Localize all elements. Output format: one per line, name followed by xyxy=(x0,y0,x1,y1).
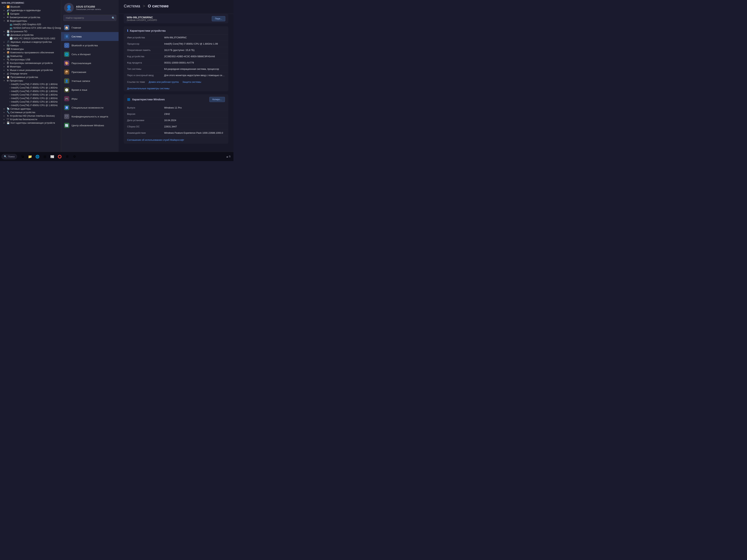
nav-item-time[interactable]: 🕐Время и язык xyxy=(61,85,119,94)
tree-item-cpu7[interactable]: ▫Intel(R) Core(TM) i7-8565U CPU @ 1.80GH… xyxy=(0,104,61,107)
tree-item-batteries[interactable]: ▸🔋Батареи xyxy=(0,12,61,16)
tree-item-icon: 📺 xyxy=(10,26,12,29)
tree-item-label: Биометрические устройства xyxy=(10,16,40,19)
tree-item-icon: ▫ xyxy=(10,90,10,92)
tree-item-software2[interactable]: ▸📋Программные устройства xyxy=(0,75,61,79)
tree-item-printers[interactable]: ▸🖨Очереди печати xyxy=(0,72,61,75)
device-info-value-4: 00331-10000-00001-AA779 xyxy=(164,61,225,64)
nav-item-system[interactable]: 🖥Система xyxy=(61,32,119,41)
tree-item-cpu1[interactable]: ▫Intel(R) Core(TM) i7-8565U CPU @ 1.80GH… xyxy=(0,82,61,86)
device-info-value-0: WIN-99L3TCM0RNC xyxy=(164,36,225,39)
tree-item-cpu[interactable]: ▾⚙Процессоры xyxy=(0,79,61,82)
expand-icon: ▸ xyxy=(4,45,6,47)
tree-item-label: Intel(R) Core(TM) i7-8565U CPU @ 1.80GHz xyxy=(11,97,58,100)
tree-item-usb[interactable]: ▸🔌Контроллеры USB xyxy=(0,58,61,61)
nav-item-home[interactable]: 🏠Главная xyxy=(61,23,119,32)
rename-button[interactable]: Пере... xyxy=(212,16,225,21)
tree-item-cpu3[interactable]: ▫Intel(R) Core(TM) i7-8565U CPU @ 1.80GH… xyxy=(0,89,61,93)
advanced-params-link[interactable]: Дополнительные параметры системы xyxy=(124,85,228,91)
tree-item-gpu2[interactable]: 📺NVIDIA GeForce GTX 1050 with Max-Q Desi… xyxy=(0,26,61,30)
settings-search-box[interactable]: 🔍 xyxy=(63,15,117,21)
tree-item-icon: ▫ xyxy=(10,104,10,107)
tree-item-cpu4[interactable]: ▫Intel(R) Core(TM) i7-8565U CPU @ 1.80GH… xyxy=(0,93,61,97)
tree-item-cpu5[interactable]: ▫Intel(R) Core(TM) i7-8565U CPU @ 1.80GH… xyxy=(0,97,61,100)
taskbar-files-icon[interactable]: 📁 xyxy=(27,153,33,160)
license-link[interactable]: Соглашение об использовании служб Майкро… xyxy=(127,138,184,142)
breadcrumb-sep: > xyxy=(143,4,145,8)
settings-search-input[interactable] xyxy=(63,15,117,21)
taskbar-remote-icon[interactable]: 🖥 xyxy=(64,153,70,160)
nav-icon-games: 🎮 xyxy=(64,96,69,101)
tree-item-network-adapters[interactable]: ▸📡Сетевые адаптеры xyxy=(0,107,61,111)
taskbar-start-icon[interactable]: ⊞ xyxy=(42,153,48,160)
nav-item-personalization[interactable]: 🎨Персонализация xyxy=(61,59,119,68)
nav-label-time: Время и язык xyxy=(72,88,87,91)
domain-link[interactable]: Домен или рабочая группа xyxy=(149,81,179,83)
nav-item-update[interactable]: 🔄Центр обновления Windows xyxy=(61,121,119,130)
taskbar-opera-icon[interactable]: ⭕ xyxy=(56,153,63,160)
tree-item-keyboards[interactable]: ▸⌨Клавиатуры xyxy=(0,47,61,51)
taskbar-office-icon[interactable]: 📰 xyxy=(49,153,56,160)
tree-item-label: Intel(R) Core(TM) i7-8565U CPU @ 1.80GHz xyxy=(11,101,58,103)
tree-item-bluetooth[interactable]: ▾📶Bluetooth xyxy=(0,5,61,8)
user-type: Локальная учетная запись xyxy=(76,8,115,10)
nav-item-bluetooth[interactable]: ⬡Bluetooth и устройства xyxy=(61,41,119,50)
tree-item-icon: 🖥 xyxy=(7,65,9,68)
tree-item-system-devices[interactable]: ▸🔧Системные устройства xyxy=(0,111,61,114)
tree-item-label: Intel(R) Core(TM) i7-8565U CPU @ 1.80GHz xyxy=(11,94,58,96)
tree-item-firmware[interactable]: ▸💾Встроенное ПО xyxy=(0,30,61,33)
copy-button[interactable]: Копиро... xyxy=(209,97,225,102)
tree-item-icon: 🔧 xyxy=(7,111,10,114)
taskbar-settings-icon[interactable]: ⚙ xyxy=(71,153,78,160)
tree-item-monitors[interactable]: ▸🖥Мониторы xyxy=(0,65,61,68)
tree-item-disk1[interactable]: 💽WDC PC SN520 SDAPNUW-512G-1002 xyxy=(0,37,61,40)
tree-item-display-adapters[interactable]: ▾🖥Видеоадаптеры xyxy=(0,19,61,23)
nav-item-accessibility[interactable]: ♿Специальные возможности xyxy=(61,103,119,112)
tree-item-label: Системные устройства xyxy=(10,111,35,114)
search-icon: 🔍 xyxy=(112,17,115,20)
device-info-value-2: 16,0 ГБ (доступно: 15,8 ГБ) xyxy=(164,49,225,52)
tree-item-security[interactable]: ▸🛡Устройства безопасности xyxy=(0,117,61,121)
tree-item-audio[interactable]: ▸🔊Аудиовходы и аудиовыходы xyxy=(0,8,61,12)
tree-item-cameras[interactable]: ▸📷Камеры xyxy=(0,44,61,47)
tree-item-disk[interactable]: ▾💿Дисковые устройства xyxy=(0,33,61,37)
device-info-label-4: Код продукта xyxy=(127,61,164,64)
tree-item-software[interactable]: ▸📦Компоненты программного обеспечения xyxy=(0,51,61,54)
nav-item-network[interactable]: 🌐Сеть и Интернет xyxy=(61,50,119,59)
expand-icon: ▸ xyxy=(4,65,6,68)
tree-item-hid[interactable]: ▸🖱Устройства HID (Human Interface Device… xyxy=(0,114,61,117)
tree-item-mice[interactable]: ▸🖱Мыши и иные указывающие устройства xyxy=(0,68,61,72)
tree-item-storage-ctrl[interactable]: ▸🗄Контроллеры запоминающих устройств xyxy=(0,61,61,65)
nav-label-home: Главная xyxy=(72,26,81,29)
tree-item-icon: 📺 xyxy=(10,23,12,26)
taskbar-search[interactable]: 🔍 Поиск xyxy=(1,154,17,159)
tree-item-computer[interactable]: ▸💻Компьютер xyxy=(0,54,61,58)
nav-item-apps[interactable]: 📦Приложения xyxy=(61,68,119,77)
nav-icon-home: 🏠 xyxy=(64,25,69,30)
avatar: 👤 xyxy=(64,3,74,12)
device-characteristics-title: ℹ Характеристики устройства xyxy=(124,26,228,34)
taskbar-edge-icon[interactable]: 🌐 xyxy=(34,153,41,160)
tree-item-biometric[interactable]: ▸👁Биометрические устройства xyxy=(0,16,61,19)
tree-item-cpu2[interactable]: ▫Intel(R) Core(TM) i7-8565U CPU @ 1.80GH… xyxy=(0,86,61,89)
tree-item-icon: 📷 xyxy=(7,44,10,47)
device-info-row-5: Тип системы64-разрядная операционная сис… xyxy=(124,66,228,72)
nav-item-accounts[interactable]: 👤Учетные записи xyxy=(61,77,119,85)
win-info-label-4: Взаимодействие xyxy=(127,132,164,134)
device-info-row-0: Имя устройстваWIN-99L3TCM0RNC xyxy=(124,34,228,41)
protection-link[interactable]: Защита системы xyxy=(182,81,201,83)
expand-icon: ▸ xyxy=(4,73,6,75)
settings-nav-panel: 👤 ASUS GTX1050 Локальная учетная запись … xyxy=(61,0,119,152)
device-info-label-1: Процессор xyxy=(127,43,164,45)
tree-item-gpu1[interactable]: 📺Intel(R) UHD Graphics 620 xyxy=(0,23,61,26)
nav-label-update: Центр обновления Windows xyxy=(72,124,104,127)
nav-item-privacy[interactable]: 🛡Конфиденциальность и защита xyxy=(61,112,119,121)
expand-icon: ▾ xyxy=(4,80,6,82)
tree-item-storage-host[interactable]: ▸💾Хост-адаптеры запоминающих устройств xyxy=(0,121,61,125)
nav-label-bluetooth: Bluetooth и устройства xyxy=(72,44,98,47)
tree-item-sound[interactable]: ▸🎵Звуковые, игровые и видеоустройства xyxy=(0,40,61,44)
taskbar-widgets-icon[interactable]: 🌤 xyxy=(19,153,26,160)
nav-item-games[interactable]: 🎮Игры xyxy=(61,94,119,103)
tree-item-cpu6[interactable]: ▫Intel(R) Core(TM) i7-8565U CPU @ 1.80GH… xyxy=(0,100,61,104)
settings-header: 👤 ASUS GTX1050 Локальная учетная запись xyxy=(61,0,119,15)
